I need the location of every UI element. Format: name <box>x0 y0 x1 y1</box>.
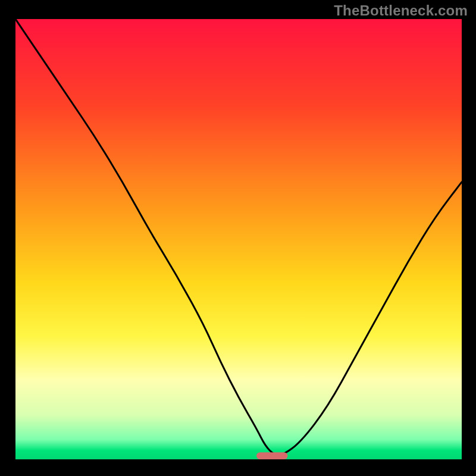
bottleneck-chart <box>0 0 476 476</box>
optimal-marker <box>256 452 288 459</box>
watermark-text: TheBottleneck.com <box>334 2 468 19</box>
gradient-background <box>15 19 462 459</box>
chart-frame: TheBottleneck.com <box>0 0 476 476</box>
